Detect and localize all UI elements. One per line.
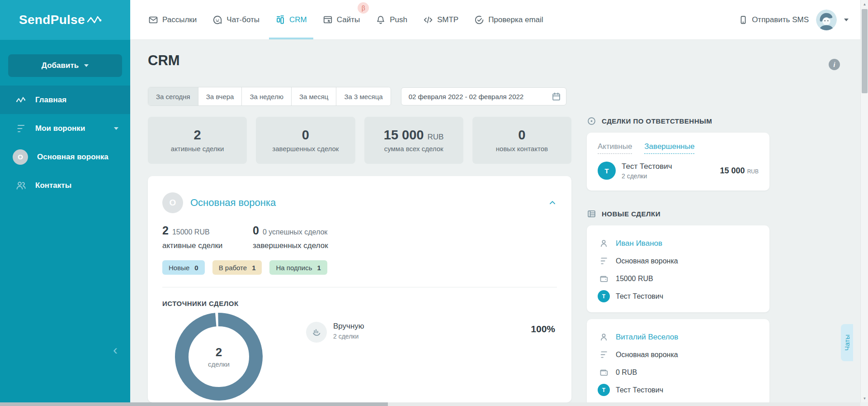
horizontal-scrollbar[interactable]: [0, 402, 860, 406]
completed-count: 0: [253, 224, 259, 237]
nav-crm[interactable]: CRM: [275, 0, 307, 39]
range-today[interactable]: За сегодня: [148, 87, 198, 105]
crm-icon: [275, 15, 285, 25]
tab-completed-deals[interactable]: Завершенные: [644, 142, 694, 154]
browser-icon: [323, 15, 333, 25]
badge-new[interactable]: Новые 0: [162, 260, 205, 275]
add-button[interactable]: Добавить: [8, 54, 122, 77]
stat-total-sum: 15 000 RUB сумма всех сделок: [364, 117, 463, 164]
deal-funnel-row: Основная воронка: [598, 255, 759, 267]
donut-legend: Вручную 2 сделки: [306, 322, 364, 343]
stat-label: активные сделки: [171, 145, 224, 153]
deal-amount: 15000 RUB: [616, 275, 653, 283]
owner-amount: 15 000 RUB: [720, 166, 759, 176]
horizontal-scroll-thumb[interactable]: [0, 402, 388, 406]
scroll-up-arrow[interactable]: ▲: [861, 0, 868, 8]
deal-owner-name: Тест Тестович: [616, 292, 663, 301]
donut-center: 2 сделки: [175, 313, 263, 401]
date-range-value: 02 февраля 2022 - 02 февраля 2022: [409, 93, 524, 100]
chatbot-icon: [212, 15, 222, 25]
sidebar-item-contacts[interactable]: Контакты: [0, 171, 130, 200]
donut-label: сделки: [208, 360, 230, 368]
funnel-avatar: O: [162, 192, 183, 213]
vertical-scrollbar[interactable]: ▲ ▼: [860, 0, 868, 402]
stat-value: 15 000 RUB: [384, 129, 444, 142]
topbar: Рассылки Чат-боты CRM Сайты β Push: [130, 0, 860, 40]
new-deal-card: Иван Иванов Основная воронка 15000 RUB Т…: [587, 225, 769, 312]
scroll-down-arrow[interactable]: ▼: [861, 395, 868, 402]
envelope-icon: [148, 15, 158, 25]
range-yesterday[interactable]: За вчера: [198, 87, 242, 105]
owner-row[interactable]: Т Тест Тестович 2 сделки 15 000 RUB: [598, 162, 759, 180]
by-owner-card: Активные Завершенные Т Тест Тестович 2 с…: [587, 133, 769, 191]
new-deals-heading: НОВЫЕ СДЕЛКИ: [587, 209, 769, 219]
badge-in-progress[interactable]: В работе 1: [212, 260, 262, 275]
deal-contact-link[interactable]: Виталий Веселов: [616, 333, 678, 342]
owner-avatar: Т: [598, 290, 610, 302]
vertical-scroll-thumb[interactable]: [862, 9, 868, 93]
deal-funnel-name: Основная воронка: [616, 257, 678, 265]
stat-label: новых контактов: [496, 145, 548, 153]
person-icon: [598, 332, 610, 342]
range-month[interactable]: За месяц: [292, 87, 336, 105]
range-week[interactable]: За неделю: [242, 87, 291, 105]
info-icon[interactable]: i: [829, 59, 840, 70]
nav-label: Сайты: [337, 15, 360, 24]
brand-logo[interactable]: SendPulse: [19, 13, 102, 27]
deal-sources-heading: ИСТОЧНИКИ СДЕЛОК: [162, 300, 557, 307]
chevron-down-icon[interactable]: [844, 19, 849, 21]
nav-push[interactable]: Push: [376, 0, 407, 39]
code-icon: [423, 15, 433, 25]
contacts-icon: [15, 180, 26, 191]
table-icon: [587, 209, 596, 219]
owner-info: Тест Тестович 2 сделки: [622, 162, 672, 180]
nav-label: Проверка email: [488, 15, 543, 24]
sidebar-collapse-button[interactable]: ‹: [113, 343, 118, 357]
divider: [162, 287, 557, 287]
sidebar-item-label: Контакты: [35, 181, 71, 190]
active-amount: 15000 RUB: [172, 228, 210, 236]
nav-sites[interactable]: Сайты β: [323, 0, 360, 39]
send-sms-label: Отправить SMS: [752, 15, 809, 24]
nav-mailing[interactable]: Рассылки: [148, 0, 197, 39]
funnel-icon: [598, 350, 610, 359]
date-range-input[interactable]: 02 февраля 2022 - 02 февраля 2022: [401, 87, 566, 105]
badge-count: 1: [317, 264, 321, 272]
send-sms-button[interactable]: Отправить SMS: [739, 15, 809, 24]
bell-icon: [376, 15, 386, 25]
stat-new-contacts: 0 новых контактов: [472, 117, 571, 164]
funnel-panel-header: O Основная воронка: [162, 192, 557, 213]
funnel-panel: O Основная воронка 2 15000 RUB активные …: [148, 176, 571, 402]
owner-tabs: Активные Завершенные: [598, 142, 759, 154]
badge-count: 0: [194, 264, 198, 272]
badge-for-signature[interactable]: На подпись 1: [269, 260, 327, 275]
sidebar-item-label: Главная: [35, 96, 66, 105]
deal-owner-name: Тест Тестович: [616, 386, 663, 394]
legend-text: Вручную 2 сделки: [333, 322, 364, 343]
sidebar-item-home[interactable]: Главная: [0, 86, 130, 114]
sidebar-item-label: Мои воронки: [35, 124, 85, 133]
funnel-title-link[interactable]: Основная воронка: [190, 197, 276, 209]
owner-avatar: Т: [598, 162, 616, 180]
nav-chatbots[interactable]: Чат-боты: [212, 0, 259, 39]
chevron-up-icon[interactable]: [548, 198, 557, 207]
range-3months[interactable]: За 3 месяца: [336, 87, 390, 105]
chats-side-tab[interactable]: Чаты: [841, 324, 853, 361]
nav-label: Push: [390, 15, 407, 24]
calendar-icon: [552, 92, 561, 101]
sidebar-item-main-funnel[interactable]: O Основная воронка: [0, 143, 130, 171]
amount-value: 15 000: [720, 166, 745, 175]
wallet-icon: [598, 368, 610, 377]
nav-email-verify[interactable]: Проверка email: [474, 0, 543, 39]
avatar[interactable]: [816, 10, 837, 30]
deal-contact-link[interactable]: Иван Иванов: [616, 239, 662, 248]
owner-avatar: Т: [598, 384, 610, 396]
sources-donut-chart: 2 сделки: [175, 313, 263, 401]
nav-smtp[interactable]: SMTP: [423, 0, 458, 39]
sidebar-item-funnels[interactable]: Мои воронки: [0, 114, 130, 143]
stat-value: 0: [518, 129, 525, 142]
badge-label: Новые: [169, 264, 189, 272]
deal-amount-row: 15000 RUB: [598, 272, 759, 285]
nav-label: SMTP: [437, 15, 458, 24]
tab-active-deals[interactable]: Активные: [598, 142, 632, 154]
